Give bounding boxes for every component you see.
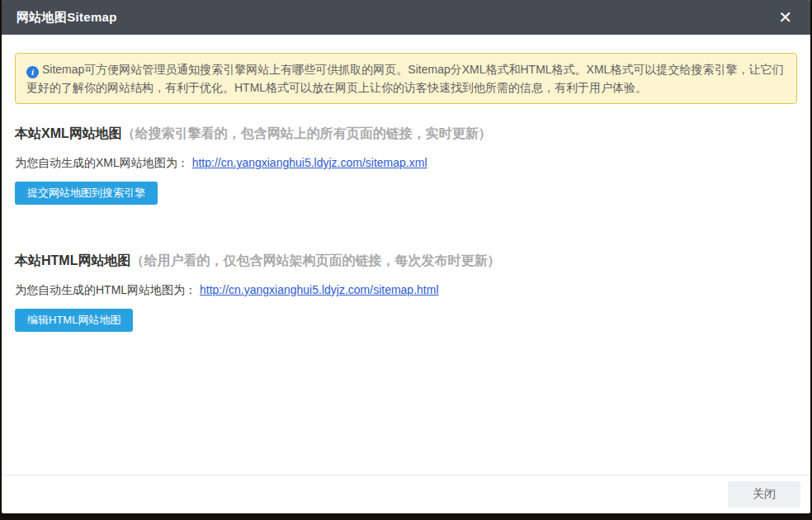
dialog-title: 网站地图Sitemap xyxy=(17,10,117,26)
html-url-label: 为您自动生成的HTML网站地图为： xyxy=(15,283,196,296)
dialog-body: iSitemap可方便网站管理员通知搜索引擎网站上有哪些可供抓取的网页。Site… xyxy=(2,53,810,332)
html-heading-note: （给用户看的，仅包含网站架构页面的链接，每次发布时更新） xyxy=(130,253,500,267)
xml-heading-note: （给搜索引擎看的，包含网站上的所有页面的链接，实时更新） xyxy=(122,126,492,140)
html-section-heading: 本站HTML网站地图（给用户看的，仅包含网站架构页面的链接，每次发布时更新） xyxy=(15,253,797,269)
html-sitemap-link[interactable]: http://cn.yangxianghui5.ldyjz.com/sitema… xyxy=(200,283,438,296)
info-banner: iSitemap可方便网站管理员通知搜索引擎网站上有哪些可供抓取的网页。Site… xyxy=(15,53,797,104)
close-button[interactable]: 关闭 xyxy=(728,481,800,508)
dialog-footer: 关闭 xyxy=(2,475,810,513)
xml-sitemap-link[interactable]: http://cn.yangxianghui5.ldyjz.com/sitema… xyxy=(192,156,427,169)
close-icon[interactable]: ✕ xyxy=(775,7,795,27)
html-url-line: 为您自动生成的HTML网站地图为： http://cn.yangxianghui… xyxy=(15,282,797,297)
xml-heading-title: 本站XML网站地图 xyxy=(15,126,122,140)
xml-sitemap-section: 本站XML网站地图（给搜索引擎看的，包含网站上的所有页面的链接，实时更新） 为您… xyxy=(15,125,797,205)
dialog-header: 网站地图Sitemap ✕ xyxy=(2,0,810,35)
info-icon: i xyxy=(26,66,39,78)
xml-section-heading: 本站XML网站地图（给搜索引擎看的，包含网站上的所有页面的链接，实时更新） xyxy=(15,125,797,142)
html-sitemap-section: 本站HTML网站地图（给用户看的，仅包含网站架构页面的链接，每次发布时更新） 为… xyxy=(15,253,797,332)
submit-sitemap-button[interactable]: 提交网站地图到搜索引擎 xyxy=(15,182,158,205)
info-banner-text: Sitemap可方便网站管理员通知搜索引擎网站上有哪些可供抓取的网页。Sitem… xyxy=(26,63,783,94)
edit-html-sitemap-button[interactable]: 编辑HTML网站地图 xyxy=(15,309,133,332)
sitemap-dialog: 网站地图Sitemap ✕ iSitemap可方便网站管理员通知搜索引擎网站上有… xyxy=(2,0,810,513)
html-heading-title: 本站HTML网站地图 xyxy=(15,253,130,267)
xml-url-line: 为您自动生成的XML网站地图为： http://cn.yangxianghui5… xyxy=(15,155,797,170)
xml-url-label: 为您自动生成的XML网站地图为： xyxy=(15,156,189,169)
